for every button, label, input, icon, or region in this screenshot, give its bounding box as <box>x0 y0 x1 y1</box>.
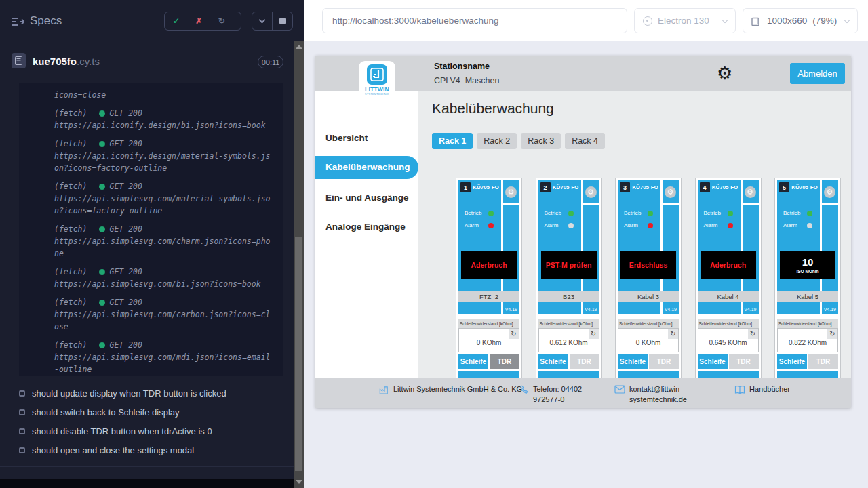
device-model: KÜ705-FO <box>630 184 660 190</box>
settings-gear-icon[interactable]: ⚙ <box>717 60 732 86</box>
collapse-button[interactable] <box>252 12 272 30</box>
log-entry[interactable]: (fetch) GET 200 https://api.simplesvg.co… <box>54 296 275 333</box>
url-input[interactable] <box>322 8 627 33</box>
log-entry[interactable]: (fetch) GET 200 https://api.iconify.desi… <box>54 138 275 174</box>
device-settings-gear-icon[interactable]: ⚙ <box>824 186 835 198</box>
rack-tab[interactable]: Rack 2 <box>477 133 517 149</box>
tdr-button[interactable]: TDR <box>570 354 599 369</box>
schleife-button[interactable]: Schleife <box>458 354 488 369</box>
cable-label: Kabel 3 <box>618 291 679 302</box>
device-settings-gear-icon[interactable]: ⚙ <box>745 186 756 198</box>
betrieb-led <box>807 211 812 216</box>
cross-icon: ✗ <box>195 16 202 26</box>
footer-item[interactable]: kontakt@littwin-systemtechnik.de <box>614 384 707 405</box>
test-item[interactable]: should open and close the settings modal <box>19 441 290 460</box>
log-status: GET 200 <box>109 223 142 235</box>
alarm-row: Alarm <box>783 222 812 228</box>
log-entry[interactable]: (fetch) GET 200 https://api.simplesvg.co… <box>54 339 275 375</box>
stop-button[interactable] <box>272 12 292 30</box>
tdr-button[interactable]: TDR <box>808 354 838 369</box>
betrieb-led <box>488 211 494 216</box>
sidebar-item[interactable]: Kabelüberwachung <box>315 156 418 179</box>
status-display-text: PST-M prüfen <box>546 261 592 269</box>
refresh-icon[interactable]: ↻ <box>827 329 837 339</box>
rack-tab[interactable]: Rack 1 <box>432 133 473 149</box>
test-label: should update display when TDR button is… <box>32 388 226 399</box>
tdr-button[interactable]: TDR <box>649 354 679 369</box>
resistance-display: ↻ 0 KOhm <box>618 328 679 352</box>
log-fetch-line: (fetch) GET 200 <box>54 223 275 235</box>
reporter-scrollbar[interactable] <box>294 41 304 488</box>
resistance-header: Schleifenwiderstand [kOhm] <box>698 319 759 328</box>
reporter-header: Specs ✓-- ✗-- ↻-- <box>0 0 304 43</box>
device-model: KÜ705-FO <box>551 184 581 190</box>
browser-select[interactable]: Electron 130 <box>634 8 736 33</box>
device-card: 4 KÜ705-FO ⚙ Betrieb Alarm Aderbruch <box>695 178 762 384</box>
mode-buttons: Schleife TDR <box>777 354 838 369</box>
alarm-led <box>807 223 812 228</box>
refresh-icon[interactable]: ↻ <box>668 329 678 339</box>
test-item[interactable]: should disable TDR button when tdrActive… <box>19 422 290 441</box>
device-unit: 1 KÜ705-FO ⚙ Betrieb Alarm Aderbruch <box>458 180 519 314</box>
refresh-icon[interactable]: ↻ <box>748 329 758 339</box>
resistance-display: ↻ 0.645 KOhm <box>698 328 759 352</box>
fetch-label: (fetch) <box>54 296 87 308</box>
betrieb-label: Betrieb <box>545 210 565 216</box>
tdr-button[interactable]: TDR <box>490 354 519 369</box>
footer-item[interactable]: Telefon: 04402 972577-0 <box>519 384 604 405</box>
log-entry[interactable]: (fetch) GET 200 https://api.simplesvg.co… <box>54 266 275 290</box>
scrollbar-thumb[interactable] <box>295 237 302 471</box>
unit-divider <box>820 302 822 314</box>
log-status: GET 200 <box>109 180 142 192</box>
sidebar-item[interactable]: Ein- und Ausgänge <box>315 188 418 208</box>
rack-tab[interactable]: Rack 3 <box>521 133 561 149</box>
slot-number: 2 <box>540 182 551 192</box>
log-entry[interactable]: (fetch) GET 200 icons=close <box>54 89 275 101</box>
status-display-text: 10 <box>802 256 814 268</box>
schleife-button[interactable]: Schleife <box>777 354 807 369</box>
book-icon <box>734 384 745 397</box>
device-settings-gear-icon[interactable]: ⚙ <box>585 186 597 198</box>
page-title: Kabelüberwachung <box>432 100 554 117</box>
alarm-label: Alarm <box>704 222 724 228</box>
device-settings-gear-icon[interactable]: ⚙ <box>505 186 517 198</box>
log-entry[interactable]: (fetch) GET 200 https://api.iconify.desi… <box>54 107 275 131</box>
resistance-display: ↻ 0.612 KOhm <box>538 328 599 352</box>
factory-icon <box>378 384 389 398</box>
refresh-icon[interactable]: ↻ <box>589 329 599 339</box>
success-dot-icon <box>99 141 105 147</box>
log-url: https://api.simplesvg.com/material-symbo… <box>54 192 275 217</box>
specs-menu-icon[interactable] <box>11 17 24 26</box>
sidebar-item[interactable]: Analoge Eingänge <box>315 217 418 237</box>
test-item[interactable]: should update display when TDR button is… <box>19 384 290 403</box>
schleife-button[interactable]: Schleife <box>618 354 648 369</box>
logo-icon <box>367 64 387 85</box>
scroll-down-icon[interactable] <box>296 480 302 484</box>
betrieb-label: Betrieb <box>704 210 724 216</box>
footer-text: Littwin Systemtechnik GmbH & Co. KG <box>393 384 529 398</box>
footer-item[interactable]: Handbücher <box>734 384 824 397</box>
tdr-button[interactable]: TDR <box>729 354 759 369</box>
betrieb-label: Betrieb <box>465 210 485 216</box>
sidebar-item[interactable]: Übersicht <box>315 128 418 148</box>
chevron-down-icon <box>722 17 728 22</box>
log-entry[interactable]: (fetch) GET 200 https://api.simplesvg.co… <box>54 180 275 217</box>
unit-divider <box>501 302 503 314</box>
spec-file-row[interactable]: kue705fo.cy.ts 00:11 <box>0 43 304 81</box>
test-state-icon <box>19 409 25 415</box>
footer-item[interactable]: Littwin Systemtechnik GmbH & Co. KG <box>378 384 529 398</box>
status-display-text: Aderbruch <box>710 261 746 269</box>
test-item[interactable]: should switch back to Schleife display <box>19 403 290 422</box>
device-settings-gear-icon[interactable]: ⚙ <box>665 186 676 198</box>
status-display-sub: ISO MOhm <box>796 269 818 274</box>
rack-tab[interactable]: Rack 4 <box>565 133 605 149</box>
schleife-button[interactable]: Schleife <box>538 354 568 369</box>
alarm-row: Alarm <box>704 222 733 228</box>
viewport-select[interactable]: 1000x660 (79%) <box>743 8 858 33</box>
logout-button[interactable]: Abmelden <box>790 63 845 84</box>
schleife-button[interactable]: Schleife <box>698 354 728 369</box>
log-entry[interactable]: (fetch) GET 200 https://api.simplesvg.co… <box>54 223 275 260</box>
refresh-icon[interactable]: ↻ <box>509 329 519 339</box>
scroll-up-icon[interactable] <box>296 45 302 49</box>
littwin-logo: LITTWIN SYSTEMTECHNIK <box>359 61 395 100</box>
